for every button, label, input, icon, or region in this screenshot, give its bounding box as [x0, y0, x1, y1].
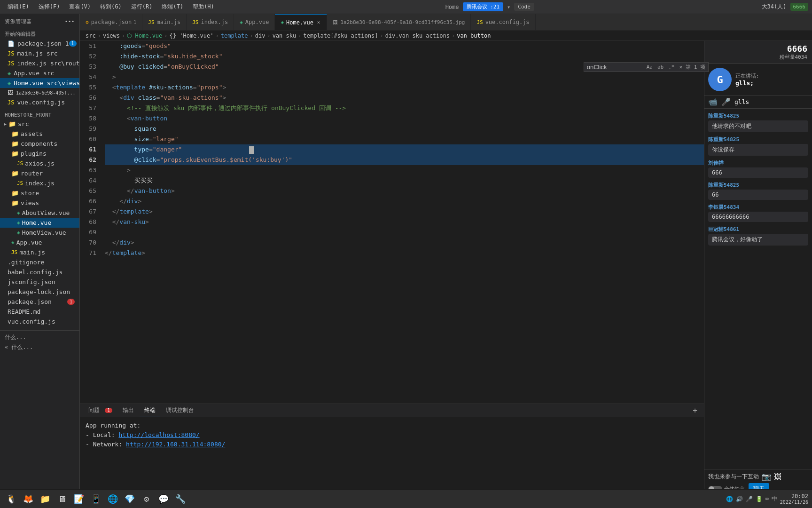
code-area[interactable]: :goods="goods" :hide-stock="sku.hide_sto…	[101, 41, 704, 404]
sidebar-item-mainjs2[interactable]: JS main.js	[0, 247, 79, 257]
tab-mainjs[interactable]: JS main.js	[142, 14, 187, 30]
sidebar-folder-assets[interactable]: 📁 assets	[0, 129, 79, 139]
bc-vansku[interactable]: van-sku	[273, 32, 297, 39]
bc-homevue-obj[interactable]: {} 'Home.vue'	[170, 32, 214, 39]
search-input[interactable]	[587, 64, 643, 71]
search-close-btn[interactable]: ✕	[678, 64, 684, 71]
sidebar-item-appvue2[interactable]: ◈ App.vue	[0, 238, 79, 247]
taskbar-firefox[interactable]: 🦊	[21, 492, 36, 507]
sidebar-item-packagelock[interactable]: package-lock.json	[0, 287, 79, 297]
bc-template[interactable]: template	[221, 32, 248, 39]
search-regex-btn[interactable]: .*	[667, 64, 676, 71]
taskbar-android[interactable]: 📱	[88, 492, 103, 507]
menu-goto[interactable]: 转到(G)	[96, 2, 125, 12]
sidebar-item-babelconfig[interactable]: babel.config.js	[0, 267, 79, 277]
home-link[interactable]: Home	[445, 4, 459, 10]
local-link[interactable]: http://localhost:8080/	[118, 431, 199, 438]
terminal-tab-debug[interactable]: 调试控制台	[161, 405, 199, 416]
titlebar-right: 大34(人) 6666	[762, 3, 808, 11]
sidebar-item-label: vue.config.js	[17, 99, 65, 106]
tab-indexjs[interactable]: JS index.js	[187, 14, 234, 30]
sidebar-folder-views[interactable]: 📁 views	[0, 198, 79, 208]
camera-icon[interactable]: 📷	[762, 472, 771, 481]
sidebar-item-gitignore[interactable]: .gitignore	[0, 257, 79, 267]
img-file-icon: 🖼	[8, 89, 13, 96]
bc-div[interactable]: div	[255, 32, 265, 39]
sidebar-folder-plugins[interactable]: 📁 plugins	[0, 149, 79, 159]
sidebar-folder-components[interactable]: 📁 components	[0, 139, 79, 149]
taskbar-vscode[interactable]: 📝	[71, 492, 86, 507]
sidebar-item-packagejson[interactable]: 📄 package.json 1 1	[0, 39, 79, 48]
sidebar-item-indexjs-router[interactable]: JS index.js	[0, 178, 79, 188]
sidebar-folder-store[interactable]: 📁 store	[0, 188, 79, 198]
sidebar-item-vueconfigjs[interactable]: JS vue.config.js	[0, 97, 79, 107]
search-word-btn[interactable]: ab	[656, 64, 665, 71]
sidebar-item-label: main.js src	[17, 50, 57, 57]
menu-view[interactable]: 查看(V)	[65, 2, 94, 12]
speaking-status: 正在讲话: glls;	[735, 72, 759, 87]
number-panel: 6666 粉丝量4034	[704, 41, 812, 64]
sidebar-item-1a2b[interactable]: 🖼 1a2b8e30-6e98-405f...	[0, 88, 79, 97]
sidebar-folder-router[interactable]: 📁 router	[0, 168, 79, 178]
bc-template-actions[interactable]: template[#sku-actions]	[303, 32, 378, 39]
tab-appvue[interactable]: ◈ App.vue	[234, 14, 275, 30]
sidebar-item-indexjs[interactable]: JS index.js src\router	[0, 58, 79, 68]
bc-src[interactable]: src	[86, 32, 96, 39]
open-editors-label: 开始的编辑器	[0, 29, 79, 39]
tab-imgfile[interactable]: 🖼 1a2b8e30-6e98-405f-9a18-9cd31ff96c35.j…	[327, 14, 471, 30]
image-icon[interactable]: 🖼	[774, 472, 781, 481]
bc-van-button[interactable]: van-button	[457, 32, 491, 39]
taskbar-chrome[interactable]: 🌐	[105, 492, 120, 507]
code-line-51: :goods="goods"	[105, 41, 704, 51]
terminal-tab-output[interactable]: 输出	[118, 405, 139, 416]
taskbar-gem[interactable]: 💎	[122, 492, 137, 507]
taskbar-start[interactable]: 🐧	[4, 492, 19, 507]
sidebar-folder-src[interactable]: ▶ 📁 src	[0, 119, 79, 129]
taskbar-settings[interactable]: ⚙	[139, 492, 154, 507]
tab-packagejson[interactable]: ⚙ package.json 1	[80, 14, 142, 30]
avatar-g: G	[708, 68, 732, 91]
search-bar[interactable]: Aa ab .* ✕ 第 1 项	[584, 62, 709, 72]
taskbar-wechat[interactable]: 💬	[156, 492, 171, 507]
vue-icon-homeview: ◈	[17, 230, 20, 236]
tab-vueconfig[interactable]: JS vue.config.js	[471, 14, 535, 30]
menu-terminal[interactable]: 终端(T)	[158, 2, 187, 12]
tab-homevue[interactable]: ◈ Home.vue ✕	[275, 14, 327, 30]
menu-edit[interactable]: 编辑(E)	[4, 2, 33, 12]
dropdown-icon[interactable]: ▾	[507, 4, 510, 10]
sidebar-item-packagejson2[interactable]: package.json 1	[0, 297, 79, 307]
bc-views[interactable]: views	[103, 32, 120, 39]
taskbar-filemanager[interactable]: 📁	[38, 492, 53, 507]
terminal-tab-problems[interactable]: 问题 1	[84, 405, 117, 416]
sidebar-item-aboutview[interactable]: ◈ AboutView.vue	[0, 208, 79, 218]
terminal-add-button[interactable]: +	[690, 406, 700, 415]
menu-help[interactable]: 帮助(H)	[189, 2, 218, 12]
tab-close-homevue[interactable]: ✕	[316, 19, 321, 26]
bc-homevue[interactable]: ⬡ Home.vue	[127, 32, 162, 39]
search-case-btn[interactable]: Aa	[645, 64, 654, 71]
sidebar-item-homeview[interactable]: ◈ HomeView.vue	[0, 228, 79, 238]
code-line-55: <template #sku-actions="props">	[105, 82, 704, 93]
terminal-tab-terminal[interactable]: 终端	[140, 405, 160, 416]
network-link[interactable]: http://192.168.31.114:8080/	[126, 441, 225, 448]
sidebar-item-mainjs[interactable]: JS main.js src	[0, 48, 79, 58]
sidebar-item-jsconfig[interactable]: jsconfig.json	[0, 277, 79, 287]
sidebar-item-readme[interactable]: README.md	[0, 307, 79, 317]
sub-number: 粉丝量4034	[709, 54, 807, 61]
breadcrumb: src › views › ⬡ Home.vue › {} 'Home.vue'…	[80, 31, 812, 41]
collapse-icon[interactable]: « 什么...	[5, 343, 75, 351]
sidebar-item-vueconfig[interactable]: vue.config.js	[0, 317, 79, 326]
more-actions-icon[interactable]: •••	[65, 18, 75, 24]
sidebar-item-homevue[interactable]: ◈ Home.vue src\views	[0, 78, 79, 88]
taskbar-tool[interactable]: 🔧	[173, 492, 188, 507]
code-line-66: </div>	[105, 196, 704, 206]
taskbar-computer[interactable]: 🖥	[55, 492, 70, 507]
menu-run[interactable]: 运行(R)	[127, 2, 156, 12]
bc-div-actions[interactable]: div.van-sku-actions	[385, 32, 450, 39]
sidebar-item-home-active[interactable]: ◈ Home.vue	[0, 218, 79, 228]
menu-select[interactable]: 选择(F)	[35, 2, 64, 12]
sidebar-item-appvue[interactable]: ◈ App.vue src	[0, 68, 79, 78]
vscode-button[interactable]: Code	[514, 3, 534, 11]
sidebar-item-axiosjs[interactable]: JS axios.js	[0, 159, 79, 168]
bc-sep2: ›	[122, 32, 125, 39]
